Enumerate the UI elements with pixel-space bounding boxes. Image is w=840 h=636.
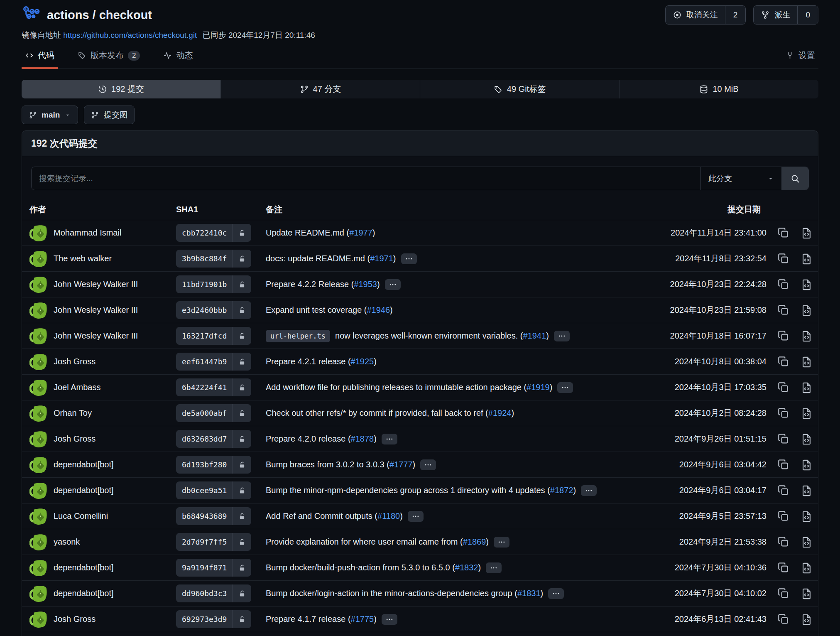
commit-sha-button[interactable]: de5a000abf (176, 404, 251, 422)
pr-link[interactable]: #1924 (488, 408, 512, 417)
copy-sha-button[interactable] (777, 356, 789, 368)
search-button[interactable] (781, 167, 808, 190)
pr-link[interactable]: #1777 (389, 460, 413, 469)
pr-link[interactable]: #1946 (367, 305, 390, 314)
forks-count[interactable]: 0 (797, 6, 818, 24)
unwatch-button[interactable]: 取消关注 2 (665, 5, 746, 25)
commit-sha-button[interactable]: 692973e3d9 (176, 610, 251, 628)
search-input[interactable] (32, 167, 700, 190)
browse-source-button[interactable] (800, 304, 812, 316)
browse-source-button[interactable] (800, 459, 812, 471)
commit-message-text: Prepare 4.2.0 release (#1878) (266, 434, 377, 444)
file-code-icon (800, 433, 813, 446)
browse-source-button[interactable] (800, 227, 812, 239)
expand-commit-button[interactable] (494, 537, 509, 548)
pr-link[interactable]: #1919 (527, 383, 550, 392)
copy-sha-button[interactable] (777, 433, 789, 445)
browse-source-button[interactable] (800, 613, 812, 625)
pr-link[interactable]: #1869 (463, 537, 486, 546)
stat-192 提交[interactable]: 192 提交 (22, 80, 221, 98)
copy-sha-button[interactable] (777, 562, 789, 574)
pr-link[interactable]: #1831 (517, 589, 541, 598)
copy-sha-button[interactable] (777, 227, 789, 239)
copy-sha-button[interactable] (777, 459, 789, 471)
commit-sha-button[interactable]: 9a9194f871 (176, 559, 251, 577)
copy-sha-button[interactable] (777, 484, 789, 496)
tab-版本发布[interactable]: 版本发布2 (74, 46, 143, 69)
expand-commit-button[interactable] (420, 459, 436, 470)
pr-link[interactable]: #1872 (550, 486, 573, 495)
tab-动态[interactable]: 动态 (160, 46, 196, 69)
commit-sha-button[interactable]: db0cee9a51 (176, 481, 251, 499)
browse-source-button[interactable] (800, 562, 812, 574)
green-mug-avatar (29, 327, 48, 345)
branch-filter-dropdown[interactable]: 此分支 (700, 167, 781, 190)
commit-sha-button[interactable]: cbb722410c (176, 224, 251, 242)
pr-link[interactable]: #1775 (351, 614, 374, 624)
commit-sha-button[interactable]: dd960bd3c3 (176, 584, 251, 602)
tab-代码[interactable]: 代码 (22, 46, 58, 69)
copy-sha-button[interactable] (777, 253, 789, 265)
commit-sha-button[interactable]: 163217dfcd (176, 327, 251, 345)
browse-source-button[interactable] (800, 510, 812, 522)
commit-graph-button[interactable]: 提交图 (84, 106, 135, 124)
repo-title-link[interactable]: actions / checkout (22, 5, 152, 25)
commit-sha-button[interactable]: d632683dd7 (176, 430, 251, 448)
browse-source-button[interactable] (800, 381, 812, 393)
expand-commit-button[interactable] (401, 253, 417, 264)
stat-49 Git标签[interactable]: 49 Git标签 (420, 80, 620, 98)
browse-source-button[interactable] (800, 356, 812, 368)
commit-sha-button[interactable]: 3b9b8c884f (176, 250, 251, 268)
commit-sha-button[interactable]: e3d2460bbb (176, 301, 251, 319)
commit-author: John Wesley Walker III (29, 275, 176, 294)
commit-sha-button[interactable]: eef61447b9 (176, 353, 251, 371)
copy-sha-button[interactable] (777, 613, 789, 625)
expand-commit-button[interactable] (548, 588, 564, 599)
browse-source-button[interactable] (800, 278, 812, 290)
commit-sha-button[interactable]: 2d7d9f7ff5 (176, 533, 251, 551)
watchers-count[interactable]: 2 (725, 6, 746, 24)
stat-10 MiB[interactable]: 10 MiB (620, 80, 818, 98)
copy-sha-button[interactable] (777, 330, 789, 342)
expand-commit-button[interactable] (408, 511, 424, 522)
stat-47 分支[interactable]: 47 分支 (221, 80, 420, 98)
fork-button[interactable]: 派生 0 (753, 5, 818, 25)
copy-sha-button[interactable] (777, 510, 789, 522)
commit-sha-button[interactable]: 11bd71901b (176, 275, 251, 293)
copy-sha-button[interactable] (777, 304, 789, 316)
commits-panel: 192 次代码提交 此分支 (22, 130, 818, 636)
copy-sha-button[interactable] (777, 587, 789, 599)
expand-commit-button[interactable] (382, 614, 397, 625)
pr-link[interactable]: #1941 (523, 331, 546, 340)
copy-sha-button[interactable] (777, 407, 789, 419)
pr-link[interactable]: #1180 (377, 511, 400, 521)
pr-link[interactable]: #1925 (351, 357, 374, 366)
commit-sha-button[interactable]: 6d193bf280 (176, 456, 251, 474)
mirror-url-link[interactable]: https://github.com/actions/checkout.git (63, 31, 197, 39)
browse-source-button[interactable] (800, 484, 812, 496)
browse-source-button[interactable] (800, 330, 812, 342)
expand-commit-button[interactable] (581, 485, 597, 496)
browse-source-button[interactable] (800, 536, 812, 548)
browse-source-button[interactable] (800, 587, 812, 599)
expand-commit-button[interactable] (486, 562, 502, 573)
pr-link[interactable]: #1977 (349, 228, 372, 237)
expand-commit-button[interactable] (382, 434, 397, 444)
copy-sha-button[interactable] (777, 278, 789, 290)
pr-link[interactable]: #1878 (351, 434, 374, 443)
browse-source-button[interactable] (800, 253, 812, 265)
commit-sha-button[interactable]: b684943689 (176, 507, 251, 525)
tab-settings[interactable]: 设置 (782, 46, 818, 69)
pr-link[interactable]: #1832 (455, 563, 478, 572)
expand-commit-button[interactable] (557, 382, 573, 393)
pr-link[interactable]: #1953 (354, 280, 377, 289)
expand-commit-button[interactable] (385, 279, 401, 290)
commit-sha-button[interactable]: 6b42224f41 (176, 378, 251, 396)
branch-selector[interactable]: main (22, 106, 78, 124)
browse-source-button[interactable] (800, 433, 812, 445)
copy-sha-button[interactable] (777, 536, 789, 548)
pr-link[interactable]: #1971 (370, 254, 393, 263)
expand-commit-button[interactable] (554, 331, 570, 341)
copy-sha-button[interactable] (777, 381, 789, 393)
browse-source-button[interactable] (800, 407, 812, 419)
